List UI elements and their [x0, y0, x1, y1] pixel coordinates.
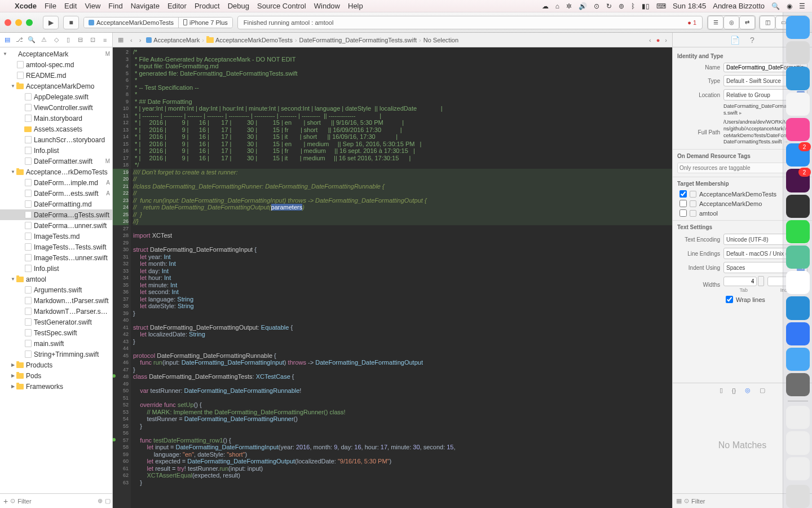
jump-bar-segment[interactable]: AcceptanceMarkDemoTests [206, 37, 293, 43]
object-library-tab[interactable]: ◎ [745, 387, 751, 394]
tree-row[interactable]: MarkdownT…Parser.swift [0, 306, 112, 317]
tree-row[interactable]: ImageTests.md [0, 231, 112, 242]
tree-row[interactable]: ▼AcceptanceMarkDemo [0, 81, 112, 91]
jump-bar-segment[interactable]: No Selection [423, 37, 458, 43]
menu-navigate[interactable]: Navigate [131, 2, 160, 10]
version-editor-button[interactable]: ⇄ [739, 16, 755, 29]
toggle-navigator-button[interactable]: ◫ [760, 16, 775, 29]
dock-file-icon[interactable] [786, 457, 810, 480]
menu-find[interactable]: Find [108, 2, 122, 10]
menu-editor[interactable]: Editor [167, 2, 187, 10]
tree-row[interactable]: DateForm…ests.swiftA [0, 188, 112, 199]
tree-row[interactable]: Main.storyboard [0, 113, 112, 124]
breakpoint-navigator-tab[interactable]: ⊡ [89, 36, 97, 44]
menu-source-control[interactable]: Source Control [257, 2, 306, 10]
symbol-navigator-tab[interactable]: 🔍 [28, 36, 36, 44]
tree-row[interactable]: LaunchScr…storyboard [0, 134, 112, 145]
tree-row[interactable]: DateForma…unner.swift [0, 220, 112, 231]
tree-row[interactable]: Arguments.swift [0, 284, 112, 295]
dock-finder-icon[interactable] [786, 16, 810, 39]
window-close-button[interactable] [5, 19, 11, 26]
related-items-button[interactable]: ▦ [116, 36, 125, 43]
disclosure-triangle-icon[interactable]: ▶ [10, 373, 16, 378]
report-navigator-tab[interactable]: ≡ [101, 36, 109, 44]
tree-row[interactable]: ImageTests…Tests.swift [0, 242, 112, 252]
file-inspector-tab[interactable]: 📄 [730, 36, 740, 45]
tree-row[interactable]: ▼amtool [0, 274, 112, 284]
tree-row[interactable]: DateForm…imple.mdA [0, 177, 112, 188]
media-library-tab[interactable]: ▢ [760, 387, 765, 394]
code-content[interactable]: /* * File Auto-Generated by AcceptanceMa… [131, 47, 672, 508]
siri-icon[interactable]: ◉ [787, 2, 792, 10]
tab-width-stepper[interactable] [758, 276, 764, 286]
dock-itunes-icon[interactable] [786, 118, 810, 141]
tree-row[interactable]: ▼AcceptanceMarkM [0, 49, 112, 59]
next-issue-button[interactable]: › [663, 37, 669, 43]
add-button[interactable]: + [3, 497, 8, 506]
code-snippets-tab[interactable]: {} [732, 387, 736, 394]
tree-row[interactable]: ▶Pods [0, 370, 112, 381]
dock-slack-icon[interactable] [786, 169, 810, 192]
status-item-icon[interactable]: ⌂ [555, 2, 559, 10]
menu-debug[interactable]: Debug [228, 2, 249, 10]
disclosure-triangle-icon[interactable]: ▼ [10, 169, 16, 174]
dock-xcode-icon[interactable] [786, 348, 810, 371]
scm-filter-button[interactable]: ▢ [105, 497, 111, 505]
dock-preview-icon[interactable] [786, 373, 810, 396]
dock-chrome-icon[interactable] [786, 271, 810, 294]
tree-row[interactable]: Info.plist [0, 145, 112, 156]
run-button[interactable]: ▶ [43, 16, 59, 29]
recent-filter-button[interactable]: ⊕ [98, 497, 103, 505]
project-tree[interactable]: ▼AcceptanceMarkMamtool-spec.mdREADME.md▼… [0, 47, 112, 493]
menu-help[interactable]: Help [348, 2, 363, 10]
volume-icon[interactable]: 🔊 [579, 2, 587, 10]
tab-width-field[interactable] [723, 277, 757, 286]
tree-row[interactable]: ▶Frameworks [0, 381, 112, 392]
dock-terminal-icon[interactable] [786, 195, 810, 218]
debug-navigator-tab[interactable]: ⊟ [77, 36, 85, 44]
wifi-icon[interactable]: ⊚ [619, 2, 624, 10]
line-number-gutter[interactable]: 2345678910111213141516171819202122232425… [113, 47, 131, 508]
notification-center-icon[interactable]: ☰ [799, 2, 805, 10]
tree-row[interactable]: AppDelegate.swift [0, 91, 112, 102]
tree-row[interactable]: String+Trimming.swift [0, 349, 112, 360]
status-item-icon[interactable]: ☁ [542, 2, 549, 10]
standard-editor-button[interactable]: ☰ [708, 16, 723, 29]
timemachine-icon[interactable]: ↻ [606, 2, 612, 10]
issue-badge-icon[interactable]: ● [656, 37, 660, 43]
menu-view[interactable]: View [85, 2, 100, 10]
forward-button[interactable]: › [138, 37, 143, 43]
error-indicator[interactable]: ● 1 [687, 19, 696, 26]
dock-appstore-icon[interactable] [786, 143, 810, 167]
window-minimize-button[interactable] [15, 19, 22, 26]
activity-viewer[interactable]: Finished running amtool : amtool ● 1 [237, 16, 703, 29]
disclosure-triangle-icon[interactable]: ▼ [10, 277, 16, 282]
tree-row[interactable]: Assets.xcassets [0, 124, 112, 134]
tree-row[interactable]: ▼Acceptance…rkDemoTests [0, 167, 112, 177]
scheme-selector[interactable]: AcceptanceMarkDemoTests iPhone 7 Plus [83, 17, 233, 28]
disclosure-triangle-icon[interactable]: ▶ [10, 384, 16, 389]
spotlight-icon[interactable]: 🔍 [771, 2, 780, 10]
dock-trash-icon[interactable] [786, 485, 810, 508]
status-item-icon[interactable]: ⊙ [594, 2, 599, 10]
project-navigator-tab[interactable]: ▤ [3, 36, 11, 44]
dock-atom-icon[interactable] [786, 246, 810, 269]
tree-row[interactable]: ViewController.swift [0, 102, 112, 113]
source-editor[interactable]: 2345678910111213141516171819202122232425… [113, 47, 672, 508]
tree-row[interactable]: Info.plist [0, 263, 112, 274]
tree-row[interactable]: Markdown…tParser.swift [0, 295, 112, 306]
assistant-editor-button[interactable]: ◎ [723, 16, 739, 29]
bluetooth-icon[interactable]: ᛒ [631, 2, 635, 10]
menu-window[interactable]: Window [314, 2, 340, 10]
disclosure-triangle-icon[interactable]: ▼ [10, 84, 16, 89]
tree-row[interactable]: ImageTests…unner.swift [0, 252, 112, 263]
menu-file[interactable]: File [45, 2, 56, 10]
tree-row[interactable]: ▶Products [0, 360, 112, 370]
file-templates-tab[interactable]: ▯ [720, 387, 723, 394]
menu-product[interactable]: Product [195, 2, 220, 10]
menubar-user[interactable]: Andrea Bizzotto [713, 2, 765, 10]
dock-launchpad-icon[interactable] [786, 41, 810, 64]
battery-icon[interactable]: ▮▯ [642, 2, 650, 10]
window-maximize-button[interactable] [26, 19, 33, 26]
tree-row[interactable]: TestSpec.swift [0, 327, 112, 338]
